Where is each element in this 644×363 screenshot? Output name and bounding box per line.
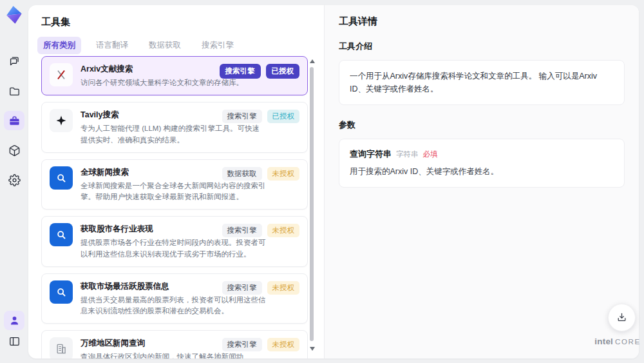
main-content: 工具集 所有类别语言翻译数据获取搜索引擎 Arxiv文献搜索 访问各个研究领域大…: [28, 5, 639, 358]
tab-all-categories[interactable]: 所有类别: [37, 37, 81, 54]
briefcase-icon: [8, 115, 21, 127]
tool-list-item[interactable]: 全球新闻搜索 全球新闻搜索是一个聚合全球各大新闻网站内容的搜索引擎。帮助用户快速…: [41, 159, 308, 210]
tool-list: Arxiv文献搜索 访问各个研究领域大量科学论文和文章的存储库。 搜索引擎 已授…: [41, 56, 308, 358]
tool-category-badge: 搜索引擎: [222, 338, 262, 351]
panel-toggle-button[interactable]: [4, 331, 24, 351]
folder-icon: [8, 85, 21, 97]
tab-data-fetch[interactable]: 数据获取: [143, 37, 187, 54]
tab-language-translation[interactable]: 语言翻译: [90, 37, 134, 54]
tool-list-item[interactable]: 获取市场最活跃股票信息 提供当天交易量最高的股票列表，投资者可以利用这些信息来识…: [41, 273, 308, 324]
tool-category-badge: 数据获取: [222, 167, 262, 181]
tool-status-badge: 已授权: [266, 64, 300, 79]
tool-category-badge: 搜索引擎: [222, 110, 262, 123]
tavily-icon: [50, 109, 73, 132]
nav-tools-button[interactable]: [4, 111, 24, 130]
tool-status-badge: 已授权: [267, 110, 300, 123]
scrollbar-up-arrow[interactable]: [310, 59, 315, 63]
param-description: 用于搜索的Arxiv ID、关键字或作者姓名。: [350, 166, 614, 178]
tool-description: 提供当天交易量最高的股票列表，投资者可以利用这些信息来识别流动性强的股票和潜在的…: [80, 295, 266, 317]
category-tabs: 所有类别语言翻译数据获取搜索引擎: [37, 37, 324, 54]
tab-search-engine[interactable]: 搜索引擎: [196, 37, 240, 54]
page-title: 工具集: [41, 16, 324, 28]
gear-icon: [8, 174, 21, 186]
tool-description: 全球新闻搜索是一个聚合全球各大新闻网站内容的搜索引擎。帮助用户快速获取全球最新资…: [80, 181, 266, 203]
tool-category-badge: 搜索引擎: [222, 224, 262, 237]
user-profile-button[interactable]: [4, 311, 24, 330]
tool-description: 访问各个研究领域大量科学论文和文章的存储库。: [80, 77, 266, 88]
scrollbar-thumb[interactable]: [310, 67, 314, 341]
tool-status-badge: 未授权: [267, 338, 300, 351]
detail-title: 工具详情: [339, 15, 625, 28]
tool-detail-panel: 工具详情 工具介绍 一个用于从Arxiv存储库搜索科学论文和文章的工具。 输入可…: [325, 5, 639, 358]
scrollbar-down-arrow[interactable]: [310, 347, 315, 351]
cube-icon: [8, 144, 21, 157]
tool-list-item[interactable]: 获取股市各行业表现 提供股票市场各个行业在特定时间段内的表现。投资者可以利用这些…: [41, 216, 308, 267]
intro-text: 一个用于从Arxiv存储库搜索科学论文和文章的工具。 输入可以是Arxiv ID…: [350, 70, 614, 95]
tool-description: 专为人工智能代理 (LLM) 构建的搜索引擎工具。可快速提供实时、准确和真实的结…: [80, 123, 266, 146]
chat-icon: [8, 55, 21, 68]
left-rail: [0, 0, 28, 363]
nav-chat-button[interactable]: [4, 52, 24, 71]
app-logo-icon: [5, 5, 24, 25]
download-button[interactable]: [608, 304, 636, 331]
nav-settings-button[interactable]: [4, 170, 24, 190]
news-search-icon: [50, 280, 73, 304]
tool-category-badge: 搜索引擎: [220, 64, 261, 79]
news-search-icon: [50, 166, 73, 190]
params-heading: 参数: [339, 119, 625, 131]
tool-status-badge: 未授权: [267, 167, 300, 181]
tool-status-badge: 未授权: [267, 224, 300, 237]
param-required-badge: 必填: [423, 150, 438, 159]
tool-list-panel: 工具集 所有类别语言翻译数据获取搜索引擎 Arxiv文献搜索 访问各个研究领域大…: [28, 5, 324, 358]
building-icon: [50, 337, 73, 358]
nav-packages-button[interactable]: [4, 141, 24, 160]
param-type: 字符串: [396, 150, 419, 159]
tool-status-badge: 未授权: [267, 281, 300, 295]
intel-core-logo: intelCORE: [591, 335, 644, 347]
download-icon: [616, 312, 627, 323]
tool-description: 提供股票市场各个行业在特定时间段内的表现。投资者可以利用这些信息来识别表现优于或…: [80, 237, 266, 260]
intro-card: 一个用于从Arxiv存储库搜索科学论文和文章的工具。 输入可以是Arxiv ID…: [339, 60, 625, 105]
person-icon: [8, 315, 21, 327]
intro-heading: 工具介绍: [339, 41, 625, 52]
arxiv-icon: [50, 63, 73, 86]
tool-category-badge: 搜索引擎: [222, 281, 262, 295]
tool-list-item[interactable]: Tavily搜索 专为人工智能代理 (LLM) 构建的搜索引擎工具。可快速提供实…: [41, 102, 308, 153]
param-card: 查询字符串 字符串 必填 用于搜索的Arxiv ID、关键字或作者姓名。: [339, 139, 625, 188]
nav-files-button[interactable]: [4, 81, 24, 101]
tool-list-item[interactable]: 万维地区新闻查询 查询具体行政区划内的新闻，快速了解各地新闻动 搜索引擎 未授权: [41, 330, 308, 358]
param-name: 查询字符串: [350, 148, 392, 160]
panel-toggle-icon: [8, 335, 21, 348]
app-window: 工具集 所有类别语言翻译数据获取搜索引擎 Arxiv文献搜索 访问各个研究领域大…: [0, 0, 644, 363]
tool-list-item[interactable]: Arxiv文献搜索 访问各个研究领域大量科学论文和文章的存储库。 搜索引擎 已授…: [41, 56, 308, 95]
tool-description: 查询具体行政区划内的新闻，快速了解各地新闻动: [80, 351, 266, 358]
news-search-icon: [50, 223, 73, 246]
